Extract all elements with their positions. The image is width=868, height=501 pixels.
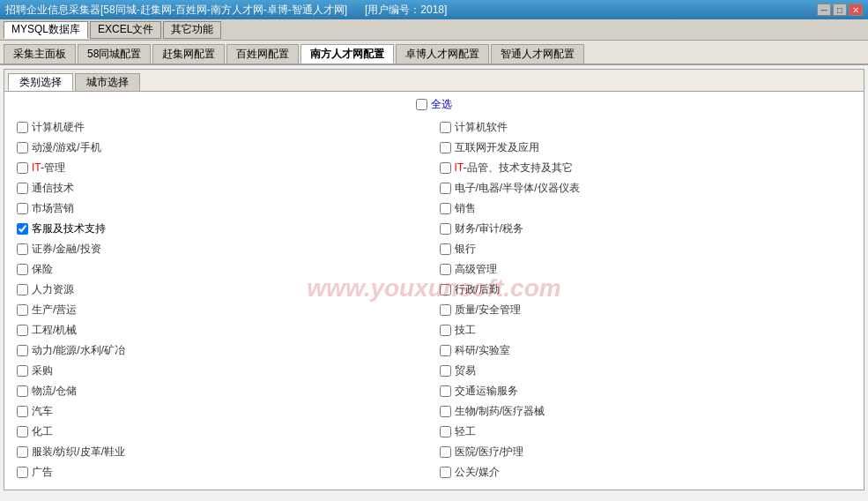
cat-checkbox[interactable] bbox=[17, 467, 28, 478]
cat-label[interactable]: 技工 bbox=[455, 323, 476, 338]
cat-item: 互联网开发及应用 bbox=[434, 138, 857, 158]
title-bar: 招聘企业信息采集器[58同城-赶集网-百姓网-南方人才网-卓博-智通人才网] [… bbox=[0, 0, 868, 19]
cat-checkbox[interactable] bbox=[440, 122, 451, 133]
cat-checkbox[interactable] bbox=[440, 325, 451, 336]
cat-item: 生产/营运 bbox=[11, 300, 434, 320]
cat-label[interactable]: 客服及技术支持 bbox=[32, 221, 106, 236]
cat-label[interactable]: 证券/金融/投资 bbox=[32, 242, 101, 257]
menu-excel[interactable]: EXCEL文件 bbox=[90, 21, 161, 39]
cat-checkbox[interactable] bbox=[17, 406, 28, 417]
cat-label[interactable]: 物流/仓储 bbox=[32, 384, 77, 399]
tab-main-panel[interactable]: 采集主面板 bbox=[4, 44, 76, 64]
tab-58city[interactable]: 58同城配置 bbox=[78, 44, 151, 64]
category-grid: 计算机硬件计算机软件动漫/游戏/手机互联网开发及应用IT-管理IT-品管、技术支… bbox=[11, 117, 857, 482]
menu-mysql[interactable]: MYSQL数据库 bbox=[4, 21, 88, 39]
cat-label[interactable]: 化工 bbox=[32, 424, 53, 439]
cat-checkbox[interactable] bbox=[440, 243, 451, 255]
cat-item: 公关/媒介 bbox=[434, 462, 857, 482]
tab-baixing[interactable]: 百姓网配置 bbox=[226, 44, 299, 64]
cat-checkbox[interactable] bbox=[17, 345, 28, 356]
tab-zhuobo[interactable]: 卓博人才网配置 bbox=[396, 44, 489, 64]
cat-checkbox[interactable] bbox=[17, 365, 28, 377]
tab-nanfang[interactable]: 南方人才网配置 bbox=[300, 44, 394, 64]
minimize-button[interactable]: ─ bbox=[817, 4, 831, 16]
cat-checkbox[interactable] bbox=[440, 446, 451, 458]
cat-label[interactable]: 计算机硬件 bbox=[32, 120, 85, 135]
cat-checkbox[interactable] bbox=[440, 345, 451, 356]
select-all-label[interactable]: 全选 bbox=[416, 97, 452, 112]
cat-label[interactable]: 服装/纺织/皮革/鞋业 bbox=[32, 445, 125, 460]
cat-label[interactable]: 人力资源 bbox=[32, 282, 74, 297]
cat-checkbox[interactable] bbox=[440, 142, 451, 153]
cat-label[interactable]: 电子/电器/半导体/仪器仪表 bbox=[455, 181, 580, 196]
cat-checkbox[interactable] bbox=[440, 203, 451, 214]
cat-label[interactable]: 汽车 bbox=[32, 404, 53, 419]
cat-checkbox[interactable] bbox=[17, 284, 28, 295]
cat-label[interactable]: IT-管理 bbox=[32, 161, 65, 176]
cat-label[interactable]: 银行 bbox=[455, 242, 476, 257]
select-all-checkbox[interactable] bbox=[416, 99, 427, 110]
cat-checkbox[interactable] bbox=[17, 385, 28, 397]
cat-label[interactable]: 科研/实验室 bbox=[455, 343, 510, 358]
cat-label[interactable]: 计算机软件 bbox=[455, 120, 508, 135]
tab-ganji[interactable]: 赶集网配置 bbox=[152, 44, 225, 64]
cat-checkbox[interactable] bbox=[17, 243, 28, 255]
cat-checkbox[interactable] bbox=[440, 284, 451, 295]
cat-checkbox[interactable] bbox=[440, 223, 451, 235]
cat-item: 银行 bbox=[434, 239, 857, 259]
cat-label[interactable]: IT-品管、技术支持及其它 bbox=[455, 161, 573, 176]
cat-item: 服装/纺织/皮革/鞋业 bbox=[11, 442, 434, 462]
cat-checkbox[interactable] bbox=[17, 183, 28, 194]
cat-label[interactable]: 行政/后勤 bbox=[455, 282, 500, 297]
cat-checkbox[interactable] bbox=[17, 223, 28, 235]
cat-label[interactable]: 高级管理 bbox=[455, 262, 497, 277]
menu-other[interactable]: 其它功能 bbox=[163, 21, 221, 39]
cat-checkbox[interactable] bbox=[440, 426, 451, 437]
cat-checkbox[interactable] bbox=[17, 142, 28, 153]
cat-checkbox[interactable] bbox=[17, 325, 28, 336]
cat-label[interactable]: 动漫/游戏/手机 bbox=[32, 140, 101, 155]
cat-checkbox[interactable] bbox=[17, 446, 28, 458]
cat-item: 计算机硬件 bbox=[11, 117, 434, 138]
maximize-button[interactable]: □ bbox=[833, 4, 847, 16]
cat-label[interactable]: 工程/机械 bbox=[32, 323, 77, 338]
category-area: www.youxunsoft.com 全选 计算机硬件计算机软件动漫/游戏/手机… bbox=[4, 92, 864, 485]
cat-label[interactable]: 医院/医疗/护理 bbox=[455, 445, 524, 460]
cat-checkbox[interactable] bbox=[17, 426, 28, 437]
cat-checkbox[interactable] bbox=[440, 385, 451, 397]
cat-label[interactable]: 财务/审计/税务 bbox=[455, 221, 524, 236]
cat-checkbox[interactable] bbox=[17, 304, 28, 316]
cat-checkbox[interactable] bbox=[440, 304, 451, 316]
cat-checkbox[interactable] bbox=[17, 162, 28, 174]
cat-item: 采购 bbox=[11, 361, 434, 381]
cat-label[interactable]: 生产/营运 bbox=[32, 303, 77, 318]
cat-checkbox[interactable] bbox=[440, 264, 451, 275]
cat-label[interactable]: 市场营销 bbox=[32, 201, 74, 216]
cat-label[interactable]: 销售 bbox=[455, 201, 476, 216]
cat-label[interactable]: 质量/安全管理 bbox=[455, 303, 521, 318]
cat-checkbox[interactable] bbox=[17, 264, 28, 275]
subtab-category[interactable]: 类别选择 bbox=[8, 73, 73, 91]
cat-checkbox[interactable] bbox=[17, 122, 28, 133]
cat-label[interactable]: 保险 bbox=[32, 262, 53, 277]
cat-checkbox[interactable] bbox=[440, 183, 451, 194]
cat-label[interactable]: 交通运输服务 bbox=[455, 384, 518, 399]
cat-label[interactable]: 贸易 bbox=[455, 363, 476, 378]
tab-zhitong[interactable]: 智通人才网配置 bbox=[491, 44, 584, 64]
cat-label[interactable]: 广告 bbox=[32, 465, 53, 480]
cat-label[interactable]: 生物/制药/医疗器械 bbox=[455, 404, 545, 419]
cat-label[interactable]: 动力/能源/水利/矿冶 bbox=[32, 343, 125, 358]
cat-checkbox[interactable] bbox=[440, 406, 451, 417]
close-button[interactable]: ✕ bbox=[849, 4, 863, 16]
cat-label[interactable]: 轻工 bbox=[455, 424, 476, 439]
cat-label[interactable]: 公关/媒介 bbox=[455, 465, 500, 480]
cat-item: 人力资源 bbox=[11, 280, 434, 300]
cat-checkbox[interactable] bbox=[440, 467, 451, 478]
cat-label[interactable]: 互联网开发及应用 bbox=[455, 140, 539, 155]
cat-checkbox[interactable] bbox=[440, 365, 451, 377]
subtab-city[interactable]: 城市选择 bbox=[75, 73, 140, 91]
cat-checkbox[interactable] bbox=[17, 203, 28, 214]
cat-label[interactable]: 采购 bbox=[32, 363, 53, 378]
cat-checkbox[interactable] bbox=[440, 162, 451, 174]
cat-label[interactable]: 通信技术 bbox=[32, 181, 74, 196]
